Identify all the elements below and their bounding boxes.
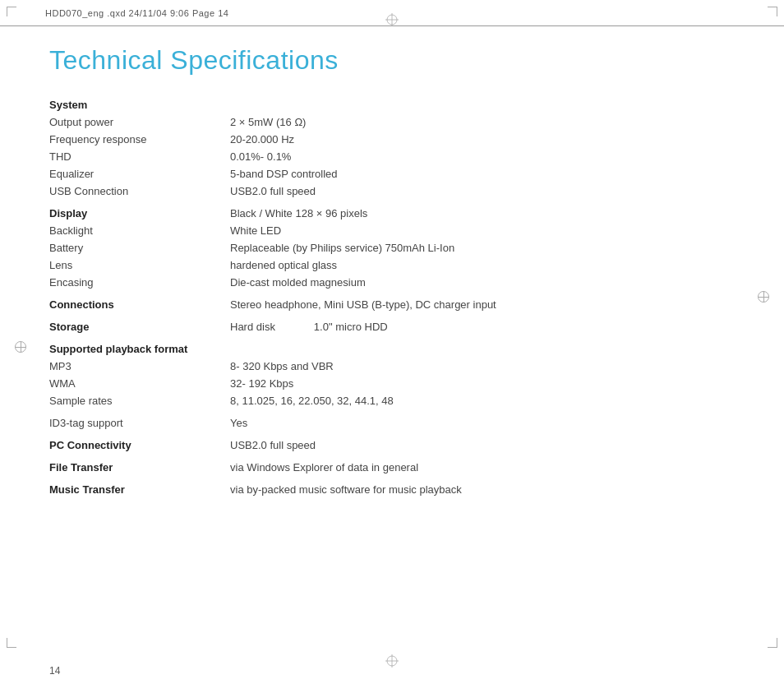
header-text: HDD070_eng .qxd 24/11/04 9:06 Page 14 [45,8,228,18]
value-battery: Replaceable (by Philips service) 750mAh … [230,242,735,254]
label-backlight: Backlight [49,224,230,237]
value-musictransfer: via by-packed music software for music p… [230,483,735,496]
section-pc-heading: PC Connectivity USB2.0 full speed [49,439,735,455]
label-encasing: Encasing [49,276,230,289]
row-id3: ID3-tag support Yes [49,417,735,433]
row-wma: WMA 32- 192 Kbps [49,377,735,394]
value-thd: 0.01%- 0.1% [230,150,735,163]
corner-mark-bl [7,638,16,648]
playback-heading: Supported playback format [49,343,230,355]
label-thd: THD [49,150,230,163]
row-thd: THD 0.01%- 0.1% [49,150,735,167]
page-number: 14 [49,665,60,677]
corner-mark-br [768,638,777,648]
corner-mark-tl [7,7,16,16]
value-wma: 32- 192 Kbps [230,377,735,390]
filetransfer-heading: File Transfer [49,461,230,474]
row-equalizer: Equalizer 5-band DSP controlled [49,168,735,184]
value-lens: hardened optical glass [230,259,735,271]
registration-mark-right [758,291,769,303]
page-title: Technical Specifications [49,45,735,76]
label-lens: Lens [49,259,230,271]
value-encasing: Die-cast molded magnesium [230,276,735,289]
musictransfer-heading: Music Transfer [49,483,230,496]
value-storage: Hard disk 1.0" micro HDD [230,321,735,333]
value-pc: USB2.0 full speed [230,439,735,451]
row-usb-connection: USB Connection USB2.0 full speed [49,185,735,201]
value-mp3: 8- 320 Kbps and VBR [230,360,735,372]
label-wma: WMA [49,377,230,390]
specs-table: System Output power 2 × 5mW (16 Ω) Frequ… [49,99,735,500]
main-content: Technical Specifications System Output p… [49,45,735,627]
section-storage-heading: Storage Hard disk 1.0" micro HDD [49,321,735,337]
section-connections-heading: Connections Stereo headphone, Mini USB (… [49,298,735,315]
system-heading: System [49,99,230,111]
label-sample-rates: Sample rates [49,395,230,407]
value-sample-rates: 8, 11.025, 16, 22.050, 32, 44.1, 48 [230,395,735,407]
value-filetransfer: via Windows Explorer of data in general [230,461,735,474]
row-battery: Battery Replaceable (by Philips service)… [49,242,735,258]
section-musictransfer-heading: Music Transfer via by-packed music softw… [49,483,735,500]
row-freq-response: Frequency response 20-20.000 Hz [49,133,735,150]
label-freq-response: Frequency response [49,133,230,146]
label-battery: Battery [49,242,230,254]
value-output-power: 2 × 5mW (16 Ω) [230,116,735,128]
section-display-heading: Display Black / White 128 × 96 pixels [49,207,735,224]
label-usb-connection: USB Connection [49,185,230,197]
section-system-heading: System [49,99,735,115]
value-backlight: White LED [230,224,735,237]
display-heading: Display [49,207,230,219]
row-backlight: Backlight White LED [49,224,735,241]
value-equalizer: 5-band DSP controlled [230,168,735,180]
section-filetransfer-heading: File Transfer via Windows Explorer of da… [49,461,735,478]
value-freq-response: 20-20.000 Hz [230,133,735,146]
label-id3: ID3-tag support [49,417,230,429]
row-encasing: Encasing Die-cast molded magnesium [49,276,735,293]
label-equalizer: Equalizer [49,168,230,180]
label-mp3: MP3 [49,360,230,372]
connections-heading: Connections [49,298,230,311]
storage-heading: Storage [49,321,230,333]
value-connections: Stereo headphone, Mini USB (B-type), DC … [230,298,735,311]
pc-heading: PC Connectivity [49,439,230,451]
header-crosshair [385,13,399,26]
row-mp3: MP3 8- 320 Kbps and VBR [49,360,735,377]
bottom-crosshair [385,654,399,670]
row-lens: Lens hardened optical glass [49,259,735,275]
row-sample-rates: Sample rates 8, 11.025, 16, 22.050, 32, … [49,395,735,411]
section-playback-heading: Supported playback format [49,343,735,359]
value-id3: Yes [230,417,735,429]
registration-mark-left [15,341,26,353]
value-display-main: Black / White 128 × 96 pixels [230,207,735,219]
corner-mark-tr [768,7,777,16]
value-usb-connection: USB2.0 full speed [230,185,735,197]
label-output-power: Output power [49,116,230,128]
row-output-power: Output power 2 × 5mW (16 Ω) [49,116,735,132]
